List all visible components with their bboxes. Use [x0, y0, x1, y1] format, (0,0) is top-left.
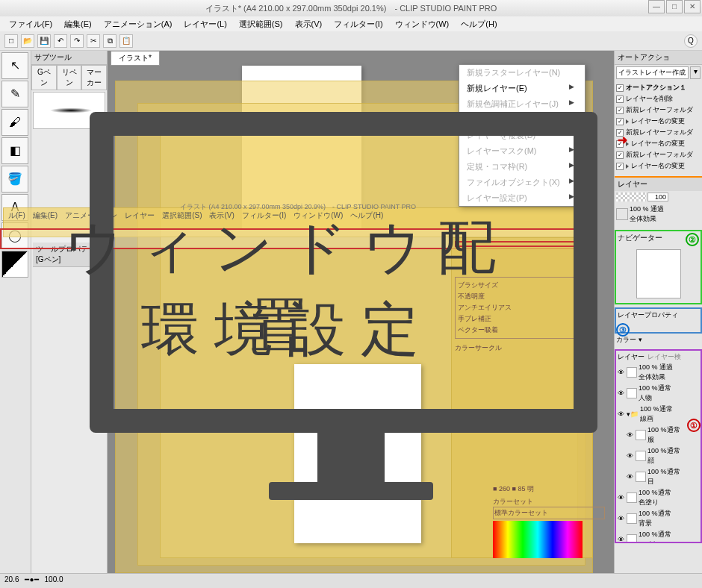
layer-item[interactable]: 👁100 %通常色塗り [618, 487, 699, 508]
menu-layer[interactable]: レイヤー(L) [178, 16, 232, 31]
checker-icon [616, 193, 646, 201]
autoaction-header: オートアクショ [615, 51, 702, 65]
menu-filter[interactable]: フィルター(I) [328, 16, 388, 31]
paste-icon[interactable]: 📋 [119, 34, 133, 48]
minimize-button[interactable]: — [648, 0, 665, 13]
layer-item[interactable]: 👁100 %通常レイヤー 1 [618, 529, 699, 543]
tool-pen[interactable]: ✎ [1, 81, 28, 107]
layer-thumb-icon [616, 208, 628, 220]
status-angle: 100.0 [45, 575, 63, 587]
autoaction-item[interactable]: 新規レイヤーフォルダ [616, 149, 701, 160]
layer-panel-header: レイヤー [615, 178, 702, 191]
ctx-duplicate[interactable]: レイヤーを複製(D) [459, 128, 585, 143]
overlay-canvas-page [294, 364, 421, 543]
layer-list-panel: レイヤー レイヤー検 👁100 % 通過全体効果 👁100 %通常人物 👁▾📁1… [615, 349, 702, 543]
status-zoom-slider[interactable]: ━●━ [25, 575, 38, 587]
layer-property-panel: レイヤープロパティ ③ [615, 307, 702, 334]
new-icon[interactable]: □ [4, 34, 18, 48]
document-tab[interactable]: イラスト* [111, 51, 160, 66]
badge-3: ③ [616, 323, 630, 337]
layer-quick-panel: レイヤー 100 % 通過 全体効果 [615, 176, 702, 225]
layer-item[interactable]: 👁100 %通常背景 [618, 508, 699, 529]
layer-item[interactable]: 👁100 %通常人物 [618, 383, 699, 404]
window-controls: — □ ✕ [648, 0, 701, 13]
opacity-input[interactable] [647, 193, 668, 201]
ctx-layermask[interactable]: レイヤーマスク(M)▶ [459, 143, 585, 159]
status-zoom: 20.6 [4, 575, 19, 587]
navigator-thumbnail[interactable] [636, 249, 681, 298]
save-icon[interactable]: 💾 [37, 34, 51, 48]
tool-brush[interactable]: 🖌 [1, 109, 28, 136]
ctx-new-raster[interactable]: 新規ラスターレイヤー(N) [459, 65, 585, 81]
brush-stroke-icon [40, 106, 102, 115]
tool-palette: ↖ ✎ 🖌 ◧ 🪣 A ◯ [0, 51, 31, 573]
subtool-tab-gpen[interactable]: Gペン [31, 65, 57, 90]
menu-window[interactable]: ウィンドウ(W) [389, 16, 456, 31]
subtool-panel: サブツール Gペン リペン マーカー ツールプロパティ[Gペン] [31, 51, 108, 573]
subtool-tab-marker[interactable]: マーカー [81, 65, 107, 90]
badge-2: ② [686, 233, 699, 246]
navigator-panel: ナビゲーター ② [615, 230, 702, 304]
autoaction-menu-icon[interactable]: ▾ [690, 66, 701, 79]
subtool-tabs: Gペン リペン マーカー [31, 65, 107, 90]
brush-preview[interactable] [33, 92, 105, 129]
autoaction-item[interactable]: オートアクション１ [616, 82, 701, 93]
autoaction-item[interactable]: レイヤー名の変更 [616, 138, 701, 149]
ctx-new-tone[interactable]: 新規色調補正レイヤー(J)▶ [459, 96, 585, 112]
tool-eraser[interactable]: ◧ [1, 137, 28, 164]
overlay-navigator [455, 241, 589, 247]
tool-fill[interactable]: 🪣 [1, 166, 28, 193]
copy-icon[interactable]: ⧉ [103, 34, 117, 48]
right-panels: オートアクショ イラストレイヤー作成 ▾ オートアクション１ レイヤーを削除 新… [614, 51, 702, 573]
overlay-toolprop: ブラシサイズ 211 不透明度 10 アンチエイリアス 手ブレ補正 30 ベクタ… [455, 277, 589, 339]
cut-icon[interactable]: ✂ [87, 34, 100, 48]
overlay-color-palette: ■ 260 ■ 85 明 カラーセット 標準カラーセット [493, 484, 605, 558]
layer-item[interactable]: 👁100 % 通過全体効果 [618, 362, 699, 383]
autoaction-dropdown[interactable]: イラストレイヤー作成 [616, 66, 689, 79]
menu-view[interactable]: 表示(V) [289, 16, 329, 31]
ctx-layersetting[interactable]: レイヤー設定(P)▶ [459, 190, 585, 206]
color-panel-header: カラー ▾ [615, 334, 702, 346]
open-icon[interactable]: 📂 [21, 34, 34, 48]
layer-item[interactable]: 👁100 %通常目 [618, 466, 699, 487]
menu-help[interactable]: ヘルプ(H) [455, 16, 503, 31]
tool-move[interactable]: ↖ [1, 52, 28, 79]
ctx-new-folder[interactable]: 新規レイヤーフォルダー(O) [459, 112, 585, 128]
undo-icon[interactable]: ↶ [54, 34, 67, 48]
maximize-button[interactable]: □ [666, 0, 683, 13]
autoaction-item[interactable]: レイヤーを削除 [616, 93, 701, 104]
ctx-fileobj[interactable]: ファイルオブジェクト(X)▶ [459, 175, 585, 190]
menu-file[interactable]: ファイル(F) [3, 16, 58, 31]
menu-select[interactable]: 選択範囲(S) [233, 16, 289, 31]
menu-edit[interactable]: 編集(E) [58, 16, 98, 31]
close-button[interactable]: ✕ [684, 0, 701, 13]
red-arrow-icon: ➜ [618, 133, 627, 147]
redo-icon[interactable]: ↷ [70, 34, 84, 48]
main-toolbar: □ 📂 💾 ↶ ↷ ✂ ⧉ 📋 Q [0, 31, 702, 51]
ctx-ruler[interactable]: 定規・コマ枠(R)▶ [459, 159, 585, 175]
search-icon[interactable]: Q [684, 34, 698, 48]
menu-animation[interactable]: アニメーション(A) [98, 16, 178, 31]
window-title: イラスト* (A4 210.00 x 297.00mm 350dpi 20.1%… [205, 3, 497, 14]
badge-1-wrapper: ① [687, 418, 701, 432]
subtool-tab-ripen[interactable]: リペン [57, 65, 82, 90]
fg-bg-color[interactable] [1, 251, 28, 278]
color-swatch-grid[interactable] [493, 521, 583, 558]
autoaction-list: オートアクション１ レイヤーを削除 新規レイヤーフォルダ レイヤー名の変更 新規… [615, 81, 702, 173]
layer-context-menu: 新規ラスターレイヤー(N) 新規レイヤー(E)▶ 新規色調補正レイヤー(J)▶ … [459, 64, 585, 207]
autoaction-item[interactable]: 新規レイヤーフォルダ [616, 127, 701, 138]
ctx-new-layer[interactable]: 新規レイヤー(E)▶ [459, 81, 585, 96]
autoaction-item[interactable]: レイヤー名の変更 [616, 160, 701, 172]
title-bar: イラスト* (A4 210.00 x 297.00mm 350dpi 20.1%… [0, 0, 702, 16]
menu-bar: ファイル(F) 編集(E) アニメーション(A) レイヤー(L) 選択範囲(S)… [0, 16, 702, 31]
overlay-colorcircle-label: カラーサークル [455, 343, 589, 353]
layer-item[interactable]: 👁100 %通常顔 [618, 445, 699, 466]
badge-1: ① [687, 419, 701, 432]
autoaction-item[interactable]: レイヤー名の変更 [616, 116, 701, 127]
autoaction-item[interactable]: 新規レイヤーフォルダ [616, 104, 701, 116]
status-bar: 20.6 ━●━ 100.0 [0, 573, 702, 588]
subtool-header: サブツール [31, 51, 107, 65]
